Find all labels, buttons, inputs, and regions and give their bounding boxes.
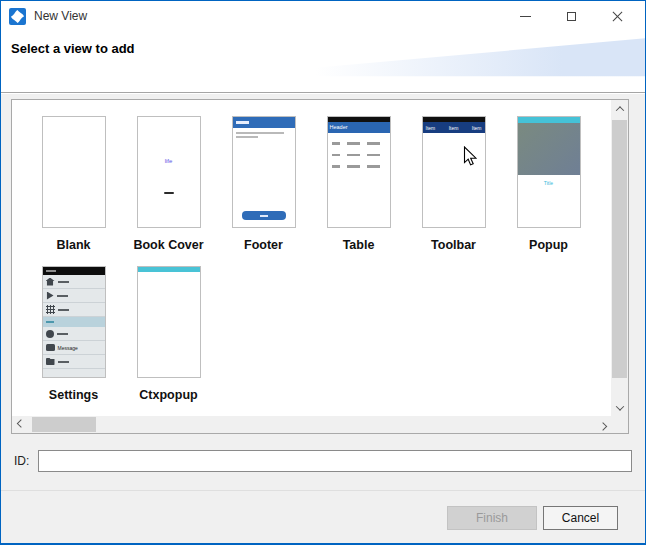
gallery-item-label: Popup — [529, 238, 568, 252]
settings-item-label-bar — [57, 295, 68, 297]
status-bar — [43, 267, 105, 275]
chevron-left-icon — [16, 419, 24, 427]
gallery-item-thumbnail-ctxpopup — [137, 266, 201, 378]
bookcover-signature-mark — [164, 192, 174, 194]
gallery-item-toolbar[interactable]: ItemItemItemToolbar — [406, 116, 501, 252]
banner-title: Select a view to add — [11, 41, 135, 56]
settings-item-label-bar — [58, 361, 69, 363]
settings-list-item — [43, 303, 105, 317]
window-title: New View — [34, 9, 87, 23]
gallery-item-thumbnail-settings: Message — [42, 266, 106, 378]
settings-item-label-bar — [57, 333, 68, 335]
settings-item-label-bar — [58, 281, 69, 283]
table-cell-bar — [347, 154, 360, 157]
scroll-left-button[interactable] — [12, 416, 29, 433]
close-icon — [611, 10, 624, 23]
table-header-bar: Header — [328, 122, 390, 133]
view-gallery-panel: BlanklifeBook CoverFooterHeaderTableItem… — [11, 99, 629, 434]
gallery-item-footer[interactable]: Footer — [216, 116, 311, 252]
bookcover-title-text: life — [138, 158, 200, 164]
message-icon — [46, 344, 55, 351]
scroll-right-button[interactable] — [594, 416, 611, 433]
gallery-item-thumbnail-bookcover: life — [137, 116, 201, 228]
toolbar-item-text: Item — [472, 125, 482, 131]
horizontal-scrollbar-thumb[interactable] — [32, 417, 96, 432]
id-label: ID: — [14, 454, 29, 468]
gallery-item-thumbnail-popup: Title — [517, 116, 581, 228]
gallery-item-thumbnail-table: Header — [327, 116, 391, 228]
table-cell-bar — [332, 142, 340, 145]
popup-image — [518, 123, 580, 175]
toolbar-items-bar: ItemItemItem — [423, 122, 485, 133]
footer-button-text-bar — [260, 215, 268, 217]
table-row — [328, 142, 390, 145]
window-controls — [502, 1, 640, 31]
ctxpopup-accent-strip — [138, 267, 200, 272]
table-cell-bar — [367, 142, 380, 145]
table-cell-bar — [367, 154, 380, 157]
folder-icon — [46, 358, 55, 365]
divider-text-bar — [46, 321, 54, 323]
status-text-bar — [46, 270, 56, 272]
maximize-button[interactable] — [548, 1, 594, 31]
gallery-item-label: Footer — [244, 238, 283, 252]
play-icon — [46, 292, 54, 300]
footer-header-bar — [233, 117, 295, 128]
footer-header-text-bar — [236, 121, 249, 124]
wizard-banner: Select a view to add — [1, 31, 645, 93]
settings-list-item: Message — [43, 341, 105, 355]
table-cell-bar — [347, 142, 360, 145]
banner-gradient-decoration — [315, 35, 645, 77]
toolbar-item-text: Item — [426, 125, 436, 131]
id-input[interactable] — [38, 450, 632, 472]
popup-title-text: Title — [518, 180, 580, 186]
table-cell-bar — [332, 154, 340, 157]
table-row — [328, 154, 390, 157]
button-bar: Finish Cancel — [1, 491, 645, 543]
vertical-scrollbar[interactable] — [611, 100, 628, 416]
horizontal-scrollbar[interactable] — [12, 416, 611, 433]
gallery-item-settings[interactable]: MessageSettings — [26, 266, 121, 402]
cancel-button[interactable]: Cancel — [543, 506, 618, 530]
gallery-item-blank[interactable]: Blank — [26, 116, 121, 252]
table-row — [328, 165, 390, 168]
maximize-icon — [567, 12, 576, 21]
settings-section-divider — [43, 317, 105, 327]
settings-item-label: Message — [58, 345, 78, 351]
gallery-item-label: Blank — [56, 238, 90, 252]
apps-grid-icon — [46, 305, 55, 314]
app-icon — [9, 8, 26, 25]
title-bar: New View — [1, 1, 645, 31]
dialog-body: BlanklifeBook CoverFooterHeaderTableItem… — [1, 94, 645, 490]
chevron-right-icon — [598, 422, 606, 430]
table-cell-bar — [367, 165, 380, 168]
gallery-item-label: Book Cover — [133, 238, 203, 252]
settings-list-item — [43, 275, 105, 289]
scroll-down-button[interactable] — [611, 399, 628, 416]
toolbar-item-text: Item — [449, 125, 459, 131]
gallery-item-ctxpopup[interactable]: Ctxpopup — [121, 266, 216, 402]
table-cell-bar — [347, 165, 360, 168]
new-view-dialog: { "window": { "title": "New View" }, "he… — [0, 0, 646, 545]
gallery-item-thumbnail-toolbar: ItemItemItem — [422, 116, 486, 228]
scrollbar-corner — [611, 416, 628, 433]
minimize-button[interactable] — [502, 1, 548, 31]
gallery-item-popup[interactable]: TitlePopup — [501, 116, 596, 252]
settings-item-label-bar — [58, 309, 69, 311]
home-icon — [46, 278, 55, 286]
table-cell-bar — [332, 165, 340, 168]
text-line — [236, 136, 258, 138]
gallery-item-thumbnail-blank — [42, 116, 106, 228]
scroll-up-button[interactable] — [611, 100, 628, 117]
gallery-item-table[interactable]: HeaderTable — [311, 116, 406, 252]
settings-list-item — [43, 289, 105, 303]
id-row: ID: — [14, 450, 632, 472]
close-button[interactable] — [594, 1, 640, 31]
gallery-item-bookcover[interactable]: lifeBook Cover — [121, 116, 216, 252]
gallery-item-label: Settings — [49, 388, 98, 402]
vertical-scrollbar-thumb[interactable] — [612, 120, 627, 378]
text-line — [236, 132, 284, 134]
view-gallery: BlanklifeBook CoverFooterHeaderTableItem… — [12, 100, 611, 416]
minimize-icon — [520, 16, 531, 17]
finish-button[interactable]: Finish — [447, 506, 537, 530]
